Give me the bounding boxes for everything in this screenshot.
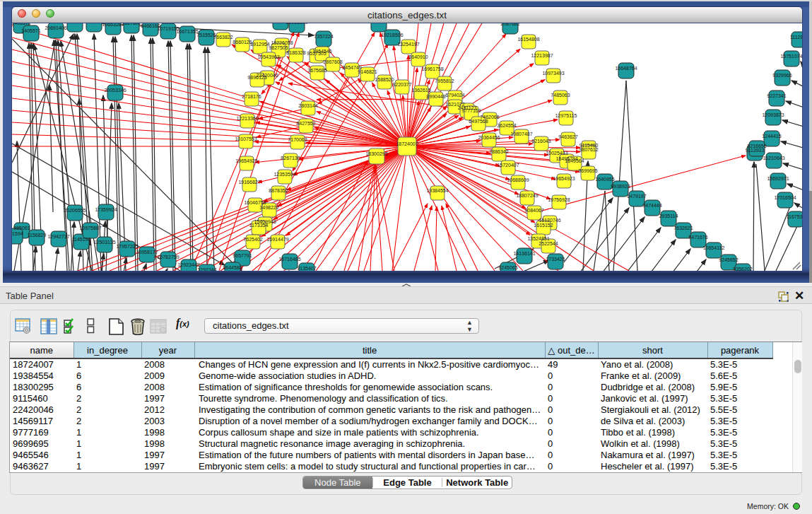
svg-text:9777169: 9777169: [461, 108, 481, 113]
svg-text:8267130: 8267130: [281, 156, 300, 160]
svg-text:14136141: 14136141: [513, 251, 535, 256]
svg-text:16914479: 16914479: [266, 237, 288, 242]
svg-text:985061: 985061: [13, 226, 30, 230]
svg-text:1849564: 1849564: [565, 158, 584, 163]
svg-text:9113933: 9113933: [746, 148, 765, 153]
svg-text:1588520: 1588520: [375, 77, 394, 82]
svg-text:1156829: 1156829: [28, 233, 47, 238]
svg-text:8640910: 8640910: [408, 54, 428, 59]
svg-text:8990448: 8990448: [426, 94, 445, 99]
svg-text:1112843: 1112843: [790, 35, 802, 40]
svg-text:7485063: 7485063: [551, 93, 570, 98]
svg-text:7625402: 7625402: [243, 237, 262, 242]
svg-text:19756928: 19756928: [548, 197, 570, 202]
svg-text:8220377: 8220377: [392, 82, 411, 87]
svg-text:8216656: 8216656: [747, 144, 766, 148]
svg-text:10653287: 10653287: [102, 23, 124, 27]
svg-text:2935114: 2935114: [659, 214, 678, 218]
svg-text:19654923: 19654923: [553, 176, 575, 181]
svg-text:1292344: 1292344: [197, 267, 216, 271]
svg-text:7357224: 7357224: [314, 34, 333, 39]
svg-text:1167533: 1167533: [787, 214, 802, 219]
svg-text:8813054: 8813054: [369, 23, 388, 24]
svg-text:9227341: 9227341: [767, 93, 786, 98]
svg-text:10543962: 10543962: [257, 54, 279, 59]
svg-text:6794024: 6794024: [445, 93, 464, 98]
svg-text:10654112: 10654112: [703, 245, 725, 250]
svg-text:8644586: 8644586: [223, 265, 242, 270]
svg-text:1640955: 1640955: [595, 177, 614, 182]
svg-text:9653267: 9653267: [84, 23, 103, 24]
svg-text:6216043: 6216043: [531, 139, 551, 144]
svg-text:8186328: 8186328: [286, 50, 305, 55]
svg-text:18300295: 18300295: [365, 151, 387, 156]
svg-text:10688609: 10688609: [507, 177, 529, 182]
svg-text:20691406: 20691406: [45, 25, 66, 30]
svg-text:20206555: 20206555: [64, 208, 86, 213]
svg-text:12353594: 12353594: [273, 172, 295, 177]
svg-text:3675685: 3675685: [307, 68, 326, 73]
svg-text:9896123: 9896123: [247, 75, 266, 80]
svg-text:1244415: 1244415: [762, 134, 781, 139]
svg-text:12503135: 12503135: [93, 240, 115, 245]
svg-text:10975867: 10975867: [79, 226, 101, 230]
svg-text:18226058: 18226058: [271, 40, 293, 45]
svg-text:8427552: 8427552: [296, 121, 315, 126]
svg-text:16053809: 16053809: [286, 23, 307, 25]
svg-text:15716485: 15716485: [278, 257, 300, 262]
svg-text:1145194: 1145194: [72, 237, 91, 242]
svg-text:1954546: 1954546: [312, 49, 331, 54]
svg-text:9463627: 9463627: [558, 134, 577, 139]
svg-text:19654925: 19654925: [235, 158, 257, 163]
svg-text:9245065: 9245065: [498, 265, 517, 270]
svg-text:15751074: 15751074: [780, 54, 802, 59]
svg-text:1615152: 1615152: [534, 223, 553, 228]
svg-text:16782759: 16782759: [157, 255, 179, 259]
svg-text:1405571: 1405571: [21, 28, 40, 33]
svg-text:19218506: 19218506: [381, 33, 403, 37]
svg-text:2803144: 2803144: [298, 103, 317, 108]
svg-text:13254197: 13254197: [397, 42, 419, 47]
svg-text:16961758: 16961758: [421, 66, 443, 71]
svg-text:10807487: 10807487: [510, 132, 532, 136]
svg-text:10107553: 10107553: [235, 136, 257, 141]
svg-text:9474444: 9474444: [642, 203, 661, 208]
svg-text:12093873: 12093873: [762, 112, 784, 117]
svg-text:7955812: 7955812: [435, 78, 454, 83]
svg-text:8471676: 8471676: [688, 235, 707, 240]
svg-text:16671355: 16671355: [176, 29, 198, 34]
svg-text:2718176: 2718176: [242, 94, 261, 99]
svg-text:12213369: 12213369: [236, 116, 258, 121]
svg-text:2867608: 2867608: [323, 59, 342, 64]
svg-text:9146821: 9146821: [358, 69, 377, 74]
svg-text:10958177: 10958177: [136, 250, 158, 255]
svg-text:7663822: 7663822: [213, 35, 233, 40]
svg-text:16046758: 16046758: [244, 200, 266, 205]
svg-text:9807612: 9807612: [579, 147, 598, 152]
svg-text:3498222: 3498222: [259, 205, 278, 210]
svg-text:16648764: 16648764: [615, 66, 637, 71]
svg-text:20053346: 20053346: [104, 88, 126, 93]
svg-text:7886342: 7886342: [489, 149, 508, 154]
svg-text:1733426: 1733426: [546, 257, 565, 262]
svg-text:2522544: 2522544: [539, 241, 558, 246]
svg-text:17957225: 17957225: [116, 244, 138, 249]
svg-text:16154808: 16154808: [517, 37, 539, 42]
svg-text:1405571: 1405571: [12, 23, 31, 25]
svg-text:8660126: 8660126: [233, 40, 252, 45]
svg-text:9135407: 9135407: [297, 266, 316, 271]
svg-text:8878352: 8878352: [269, 188, 288, 193]
svg-text:17359924: 17359924: [95, 207, 117, 212]
svg-text:10025433: 10025433: [546, 151, 567, 156]
svg-text:15692971: 15692971: [767, 176, 789, 181]
svg-text:391594: 391594: [12, 231, 23, 236]
svg-text:18807249: 18807249: [516, 193, 538, 198]
svg-text:9245652: 9245652: [719, 257, 738, 262]
svg-text:15720407: 15720407: [497, 163, 519, 168]
svg-text:1173354: 1173354: [249, 223, 269, 228]
svg-text:19384554: 19384554: [426, 188, 448, 193]
svg-text:12942737: 12942737: [47, 234, 69, 239]
svg-text:17016504: 17016504: [774, 195, 796, 200]
svg-text:12213987: 12213987: [531, 53, 553, 58]
svg-text:1527602: 1527602: [122, 23, 141, 25]
